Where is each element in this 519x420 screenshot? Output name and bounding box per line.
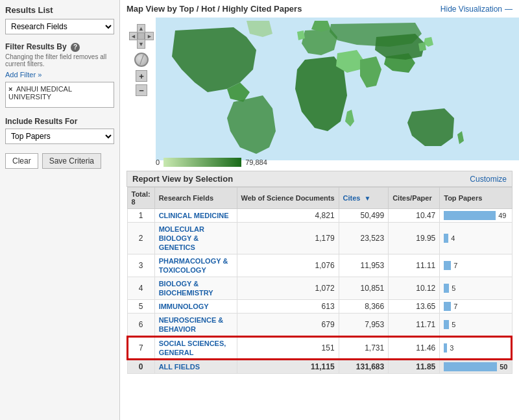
field-link[interactable]: IMMUNOLOGY <box>159 303 209 310</box>
row-num: 5 <box>127 300 154 314</box>
field-link[interactable]: SOCIAL SCIENCES, GENERAL <box>159 340 226 356</box>
row-field: SOCIAL SCIENCES, GENERAL <box>154 336 237 360</box>
sidebar-title: Results List <box>5 5 114 15</box>
include-results-dropdown[interactable]: Top Papers Hot Papers Highly Cited Paper… <box>5 129 114 144</box>
row-top-papers: 5 <box>440 314 512 337</box>
main-content: Map View by Top / Hot / Highly Cited Pap… <box>120 0 519 420</box>
results-list-dropdown[interactable]: Research Fields Authors Source Titles Co… <box>5 19 114 34</box>
row-num: 1 <box>127 209 154 223</box>
row-top-papers: 5 <box>440 277 512 300</box>
hide-visualization-button[interactable]: Hide Visualization — <box>441 5 513 14</box>
clear-button[interactable]: Clear <box>5 153 38 169</box>
row-num: 4 <box>127 277 154 300</box>
th-cites[interactable]: Cites ▼ <box>339 188 389 209</box>
row-num: 7 <box>127 336 154 360</box>
bar <box>444 234 448 243</box>
report-title: Report View by Selection <box>132 174 233 184</box>
bar <box>444 302 451 311</box>
world-map <box>156 18 519 160</box>
row-cites-paper: 19.95 <box>389 223 440 254</box>
help-icon[interactable]: ? <box>71 43 80 52</box>
row-cites: 23,523 <box>339 223 389 254</box>
bar-container: 7 <box>444 261 507 270</box>
field-link[interactable]: ALL FIELDS <box>159 363 200 371</box>
bar-value: 7 <box>453 303 457 310</box>
row-docs: 613 <box>237 300 339 314</box>
row-cites: 8,366 <box>339 300 389 314</box>
remove-filter-icon[interactable]: × <box>8 85 12 93</box>
row-top-papers: 4 <box>440 223 512 254</box>
globe-icon[interactable] <box>134 53 149 67</box>
filter-label: Filter Results By ? <box>5 42 114 52</box>
row-num: 2 <box>127 223 154 254</box>
bar <box>444 320 449 329</box>
row-cites-paper: 11.11 <box>389 254 440 277</box>
data-table: Total: 8 Research Fields Web of Science … <box>127 187 513 374</box>
row-docs: 679 <box>237 314 339 337</box>
row-cites-paper: 13.65 <box>389 300 440 314</box>
row-cites: 50,499 <box>339 209 389 223</box>
row-num: 0 <box>127 360 154 374</box>
save-criteria-button[interactable]: Save Criteria <box>42 153 101 169</box>
row-docs: 151 <box>237 336 339 360</box>
row-cites: 10,851 <box>339 277 389 300</box>
row-docs: 11,115 <box>237 360 339 374</box>
field-link[interactable]: NEUROSCIENCE & BEHAVIOR <box>159 316 224 333</box>
field-link[interactable]: MOLECULAR BIOLOGY & GENETICS <box>159 225 204 251</box>
bar-container: 50 <box>444 362 507 371</box>
legend-bar <box>163 158 241 167</box>
bar <box>444 261 451 270</box>
row-docs: 1,076 <box>237 254 339 277</box>
bar-container: 49 <box>444 211 507 220</box>
hide-viz-icon: — <box>505 5 513 14</box>
field-link[interactable]: BIOLOGY & BIOCHEMISTRY <box>159 280 213 297</box>
bar-value: 4 <box>451 234 455 242</box>
bar-container: 4 <box>444 234 507 243</box>
map-controls: ◄ ► ▲ ▼ + − <box>129 24 154 97</box>
bar-value: 7 <box>453 262 457 269</box>
row-docs: 4,821 <box>237 209 339 223</box>
row-top-papers: 49 <box>440 209 512 223</box>
row-num: 3 <box>127 254 154 277</box>
field-link[interactable]: CLINICAL MEDICINE <box>159 212 229 219</box>
customize-link[interactable]: Customize <box>470 175 507 184</box>
th-cites-paper: Cites/Paper <box>389 188 440 209</box>
th-total: Total: 8 <box>127 188 154 209</box>
zoom-in-button[interactable]: + <box>136 70 147 82</box>
row-cites-paper: 11.46 <box>389 336 440 360</box>
bar-container: 7 <box>444 302 507 311</box>
bar-container: 5 <box>444 320 507 329</box>
row-field: CLINICAL MEDICINE <box>154 209 237 223</box>
include-label: Include Results For <box>5 117 114 126</box>
map-legend: 0 79,884 <box>156 158 267 167</box>
row-docs: 1,072 <box>237 277 339 300</box>
table-row: 0 ALL FIELDS 11,115 131,683 11.85 50 <box>127 360 512 374</box>
row-field: IMMUNOLOGY <box>154 300 237 314</box>
add-filter-link[interactable]: Add Filter » <box>5 71 42 79</box>
table-row: 1 CLINICAL MEDICINE 4,821 50,499 10.47 4… <box>127 209 512 223</box>
sidebar: Results List Research Fields Authors Sou… <box>0 0 120 420</box>
legend-min: 0 <box>156 158 160 166</box>
th-research-fields: Research Fields <box>154 188 237 209</box>
row-top-papers: 3 <box>440 336 512 360</box>
bar-value: 3 <box>450 344 453 352</box>
table-row: 5 IMMUNOLOGY 613 8,366 13.65 7 <box>127 300 512 314</box>
bar-container: 5 <box>444 284 507 293</box>
row-field: BIOLOGY & BIOCHEMISTRY <box>154 277 237 300</box>
report-header: Report View by Selection Customize <box>127 171 513 187</box>
row-cites: 11,953 <box>339 254 389 277</box>
table-row: 3 PHARMACOLOGY & TOXICOLOGY 1,076 11,953… <box>127 254 512 277</box>
zoom-out-button[interactable]: − <box>136 84 147 96</box>
pan-control[interactable]: ◄ ► ▲ ▼ <box>129 24 154 49</box>
row-cites-paper: 11.85 <box>389 360 440 374</box>
bar-value: 5 <box>452 284 455 292</box>
bar-value: 50 <box>500 363 507 371</box>
bar <box>444 211 496 220</box>
field-link[interactable]: PHARMACOLOGY & TOXICOLOGY <box>159 257 228 274</box>
row-docs: 1,179 <box>237 223 339 254</box>
th-top-papers: Top Papers <box>440 188 512 209</box>
include-section: Include Results For Top Papers Hot Paper… <box>5 117 114 144</box>
th-wos-docs: Web of Science Documents <box>237 188 339 209</box>
row-cites-paper: 10.12 <box>389 277 440 300</box>
hide-viz-label: Hide Visualization <box>441 5 502 14</box>
